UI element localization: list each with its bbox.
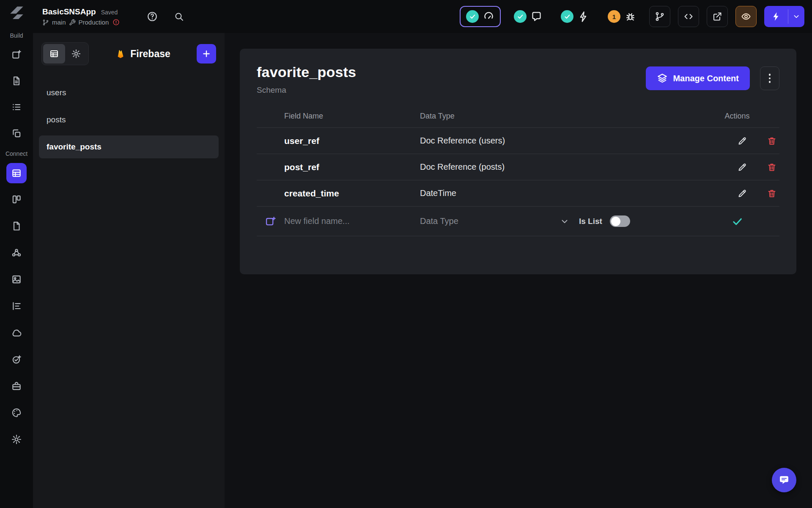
- rail-item-media[interactable]: [7, 270, 26, 289]
- external-link-icon: [712, 11, 722, 22]
- edit-field-button[interactable]: [737, 136, 747, 146]
- rail-item-cloud[interactable]: [7, 323, 26, 342]
- chevron-down-icon: [560, 216, 570, 226]
- rail-item-app-values[interactable]: [7, 98, 26, 116]
- rail-item-toolbox[interactable]: [7, 377, 26, 395]
- branch-name[interactable]: main: [52, 19, 66, 26]
- cloud-icon: [11, 327, 22, 338]
- confirm-new-field-button[interactable]: [731, 215, 743, 227]
- page-subtitle: Schema: [257, 86, 356, 95]
- widget-add-icon: [11, 49, 22, 60]
- new-field-row: Data Type Is List: [257, 207, 779, 236]
- data-type-dropdown[interactable]: Data Type: [420, 216, 560, 226]
- pencil-icon: [737, 136, 747, 146]
- run-lightning-icon[interactable]: [764, 6, 788, 27]
- branch-view-button[interactable]: [649, 6, 670, 27]
- more-options-button[interactable]: [760, 66, 779, 90]
- project-title: BasicSNSApp: [42, 7, 96, 17]
- toggle-knob: [611, 217, 620, 226]
- logs-icon: [11, 301, 22, 312]
- header-field-name: Field Name: [284, 112, 420, 121]
- rail-item-widgets[interactable]: [7, 45, 26, 64]
- gauge-icon: [483, 11, 494, 22]
- gear-icon: [71, 49, 81, 59]
- rail-item-theme[interactable]: [7, 403, 26, 422]
- code-icon: [683, 11, 694, 22]
- help-button[interactable]: [147, 11, 158, 22]
- firebase-brand: Firebase: [89, 47, 197, 60]
- collection-label: posts: [47, 115, 66, 124]
- topbar: BasicSNSApp Saved main Production: [0, 0, 812, 33]
- copy-icon: [11, 128, 22, 139]
- chat-status-icon: [531, 11, 542, 22]
- status-group-gauge[interactable]: [460, 6, 501, 27]
- table-row: post_ref Doc Reference (posts): [257, 154, 779, 180]
- field-name-cell: user_ref: [284, 136, 420, 146]
- new-field-name-input[interactable]: [284, 216, 403, 226]
- rail-item-checks[interactable]: [7, 350, 26, 369]
- toggle-collections-view[interactable]: [43, 44, 65, 64]
- bug-icon: [625, 11, 636, 22]
- status-check-icon: [514, 10, 527, 23]
- eye-icon: [741, 11, 751, 22]
- toolbox-icon: [11, 381, 22, 392]
- rail-item-components[interactable]: [7, 124, 26, 143]
- pencil-icon: [737, 188, 747, 199]
- left-nav-rail: Build Connect: [0, 0, 33, 508]
- collection-item-favorite-posts[interactable]: favorite_posts: [39, 135, 219, 158]
- connect-section-label: Connect: [5, 150, 27, 157]
- status-group-chat[interactable]: [508, 7, 548, 26]
- rail-item-logs[interactable]: [7, 297, 26, 315]
- file-icon: [11, 221, 22, 232]
- rail-item-settings[interactable]: [7, 430, 26, 449]
- environment-name[interactable]: Production: [79, 19, 109, 26]
- collection-item-users[interactable]: users: [39, 81, 219, 104]
- status-check-icon: [561, 10, 573, 23]
- build-section-label: Build: [10, 32, 23, 39]
- is-list-toggle[interactable]: [610, 215, 630, 227]
- table-row: user_ref Doc Reference (users): [257, 128, 779, 154]
- trash-icon: [767, 162, 777, 172]
- field-name-cell: post_ref: [284, 162, 420, 172]
- debug-count-badge: 1: [608, 10, 620, 23]
- status-group-debug[interactable]: 1: [602, 7, 642, 26]
- table-row: created_time DateTime: [257, 180, 779, 207]
- preview-button[interactable]: [735, 6, 757, 27]
- rail-item-database-selected[interactable]: [6, 163, 27, 183]
- data-type-dropdown-button[interactable]: [560, 216, 570, 226]
- delete-field-button[interactable]: [767, 188, 777, 199]
- edit-field-button[interactable]: [737, 188, 747, 199]
- rail-item-pages[interactable]: [7, 72, 26, 90]
- chevron-down-icon: [792, 12, 801, 21]
- open-app-button[interactable]: [707, 6, 728, 27]
- delete-field-button[interactable]: [767, 136, 777, 146]
- collection-item-posts[interactable]: posts: [39, 108, 219, 131]
- search-button[interactable]: [174, 11, 184, 22]
- support-chat-button[interactable]: [772, 468, 796, 492]
- rail-item-layout[interactable]: [7, 190, 26, 209]
- status-group-actions[interactable]: [555, 7, 595, 26]
- check-icon: [731, 215, 743, 227]
- code-view-button[interactable]: [678, 6, 699, 27]
- gear-icon: [11, 434, 22, 445]
- manage-content-button[interactable]: Manage Content: [646, 66, 750, 90]
- warning-icon[interactable]: [112, 19, 120, 26]
- toggle-settings-view[interactable]: [65, 44, 87, 64]
- collection-label: favorite_posts: [47, 142, 102, 152]
- layout-icon: [11, 194, 22, 205]
- header-actions: Actions: [695, 112, 779, 121]
- flutterflow-mark-icon[interactable]: [8, 5, 25, 25]
- run-button[interactable]: [764, 6, 804, 27]
- chat-bubble-icon: [778, 474, 790, 486]
- page-title: favorite_posts: [257, 64, 356, 80]
- edit-field-button[interactable]: [737, 162, 747, 172]
- add-collection-button[interactable]: [197, 44, 216, 64]
- save-status: Saved: [101, 9, 118, 16]
- table-header-row: Field Name Data Type Actions: [257, 105, 779, 128]
- project-info: BasicSNSApp Saved main Production: [42, 7, 120, 26]
- firebase-logo-icon: [115, 47, 126, 60]
- run-menu-chevron[interactable]: [788, 6, 804, 27]
- rail-item-team[interactable]: [7, 243, 26, 262]
- delete-field-button[interactable]: [767, 162, 777, 172]
- rail-item-files[interactable]: [7, 217, 26, 235]
